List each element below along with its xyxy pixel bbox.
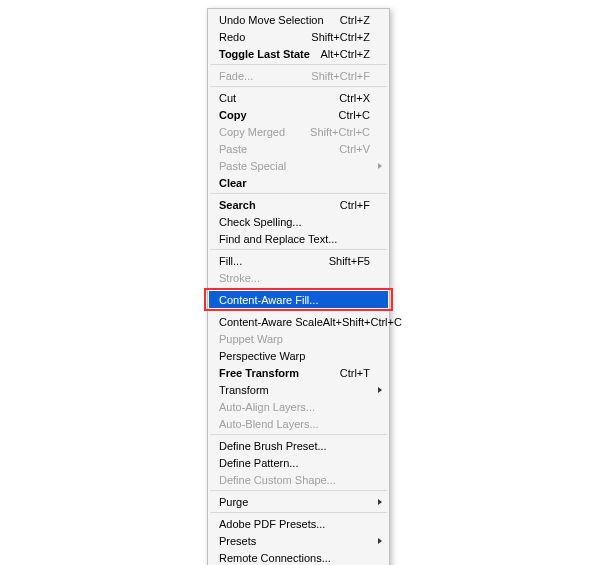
menu-item-label: Toggle Last State [219, 48, 310, 60]
menu-item-stroke: Stroke... [209, 269, 388, 286]
menu-item-shortcut: Shift+F5 [329, 255, 370, 267]
menu-item-shortcut: Ctrl+F [340, 199, 370, 211]
menu-item-label: Redo [219, 31, 245, 43]
menu-item-label: Clear [219, 177, 247, 189]
menu-item-label: Copy Merged [219, 126, 285, 138]
menu-separator [210, 193, 387, 194]
menu-item-label: Paste [219, 143, 247, 155]
menu-item-label: Check Spelling... [219, 216, 302, 228]
menu-item-label: Paste Special [219, 160, 286, 172]
menu-item-label: Define Custom Shape... [219, 474, 336, 486]
menu-item-label: Define Pattern... [219, 457, 299, 469]
menu-item-content-aware-fill[interactable]: Content-Aware Fill... [209, 291, 388, 308]
menu-item-label: Content-Aware Scale [219, 316, 323, 328]
menu-item-label: Perspective Warp [219, 350, 305, 362]
menu-item-shortcut: Ctrl+X [339, 92, 370, 104]
menu-item-free-transform[interactable]: Free TransformCtrl+T [209, 364, 388, 381]
menu-item-shortcut: Shift+Ctrl+Z [311, 31, 370, 43]
menu-item-auto-blend-layers: Auto-Blend Layers... [209, 415, 388, 432]
menu-item-shortcut: Ctrl+T [340, 367, 370, 379]
menu-item-adobe-pdf-presets[interactable]: Adobe PDF Presets... [209, 515, 388, 532]
menu-item-shortcut: Ctrl+Z [340, 14, 370, 26]
menu-item-copy[interactable]: CopyCtrl+C [209, 106, 388, 123]
submenu-arrow-icon [378, 387, 382, 393]
menu-item-fade: Fade...Shift+Ctrl+F [209, 67, 388, 84]
menu-item-label: Undo Move Selection [219, 14, 324, 26]
menu-item-label: Search [219, 199, 256, 211]
menu-item-shortcut: Ctrl+V [339, 143, 370, 155]
menu-item-label: Find and Replace Text... [219, 233, 337, 245]
menu-item-label: Copy [219, 109, 247, 121]
menu-item-cut[interactable]: CutCtrl+X [209, 89, 388, 106]
submenu-arrow-icon [378, 538, 382, 544]
menu-item-shortcut: Alt+Shift+Ctrl+C [323, 316, 402, 328]
menu-item-label: Transform [219, 384, 269, 396]
menu-separator [210, 86, 387, 87]
menu-separator [210, 249, 387, 250]
menu-item-find-and-replace-text[interactable]: Find and Replace Text... [209, 230, 388, 247]
menu-item-puppet-warp: Puppet Warp [209, 330, 388, 347]
menu-item-label: Remote Connections... [219, 552, 331, 564]
menu-item-shortcut: Shift+Ctrl+C [310, 126, 370, 138]
edit-menu: Undo Move SelectionCtrl+ZRedoShift+Ctrl+… [207, 8, 390, 565]
menu-separator [210, 434, 387, 435]
menu-separator [210, 490, 387, 491]
menu-item-shortcut: Shift+Ctrl+F [311, 70, 370, 82]
menu-item-search[interactable]: SearchCtrl+F [209, 196, 388, 213]
menu-item-presets[interactable]: Presets [209, 532, 388, 549]
menu-item-label: Presets [219, 535, 256, 547]
menu-item-remote-connections[interactable]: Remote Connections... [209, 549, 388, 565]
menu-item-label: Purge [219, 496, 248, 508]
submenu-arrow-icon [378, 163, 382, 169]
menu-item-redo[interactable]: RedoShift+Ctrl+Z [209, 28, 388, 45]
menu-separator [210, 288, 387, 289]
menu-item-label: Adobe PDF Presets... [219, 518, 325, 530]
menu-item-transform[interactable]: Transform [209, 381, 388, 398]
menu-item-label: Auto-Blend Layers... [219, 418, 319, 430]
menu-item-purge[interactable]: Purge [209, 493, 388, 510]
menu-item-label: Define Brush Preset... [219, 440, 327, 452]
menu-item-fill[interactable]: Fill...Shift+F5 [209, 252, 388, 269]
menu-item-label: Puppet Warp [219, 333, 283, 345]
menu-separator [210, 64, 387, 65]
menu-item-copy-merged: Copy MergedShift+Ctrl+C [209, 123, 388, 140]
menu-item-label: Content-Aware Fill... [219, 294, 318, 306]
menu-item-toggle-last-state[interactable]: Toggle Last StateAlt+Ctrl+Z [209, 45, 388, 62]
menu-item-define-pattern[interactable]: Define Pattern... [209, 454, 388, 471]
menu-item-paste-special: Paste Special [209, 157, 388, 174]
menu-item-label: Stroke... [219, 272, 260, 284]
menu-separator [210, 512, 387, 513]
menu-item-label: Fade... [219, 70, 253, 82]
submenu-arrow-icon [378, 499, 382, 505]
menu-item-shortcut: Alt+Ctrl+Z [320, 48, 370, 60]
menu-item-label: Cut [219, 92, 236, 104]
menu-item-paste: PasteCtrl+V [209, 140, 388, 157]
menu-item-label: Auto-Align Layers... [219, 401, 315, 413]
menu-item-undo-move-selection[interactable]: Undo Move SelectionCtrl+Z [209, 11, 388, 28]
menu-item-shortcut: Ctrl+C [339, 109, 370, 121]
menu-item-label: Fill... [219, 255, 242, 267]
menu-separator [210, 310, 387, 311]
menu-item-label: Free Transform [219, 367, 299, 379]
menu-item-clear[interactable]: Clear [209, 174, 388, 191]
menu-item-content-aware-scale[interactable]: Content-Aware ScaleAlt+Shift+Ctrl+C [209, 313, 388, 330]
menu-item-define-custom-shape: Define Custom Shape... [209, 471, 388, 488]
menu-item-perspective-warp[interactable]: Perspective Warp [209, 347, 388, 364]
menu-item-check-spelling[interactable]: Check Spelling... [209, 213, 388, 230]
menu-item-auto-align-layers: Auto-Align Layers... [209, 398, 388, 415]
menu-item-define-brush-preset[interactable]: Define Brush Preset... [209, 437, 388, 454]
